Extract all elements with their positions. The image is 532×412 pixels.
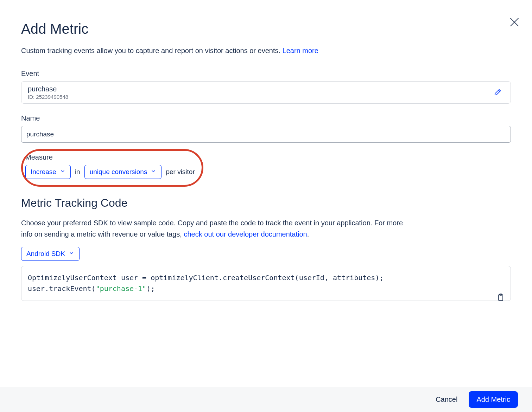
close-icon (508, 16, 520, 30)
close-button[interactable] (507, 16, 521, 30)
event-name: purchase (28, 85, 68, 93)
edit-event-button[interactable] (492, 86, 504, 99)
name-input[interactable] (21, 126, 511, 143)
chevron-down-icon (151, 168, 156, 176)
measure-direction-dropdown[interactable]: Increase (25, 165, 71, 179)
measure-label: Measure (25, 153, 195, 161)
add-metric-dialog: Add Metric Custom tracking events allow … (0, 0, 532, 301)
event-label: Event (21, 70, 511, 78)
intro-text-body: Custom tracking events allow you to capt… (21, 47, 283, 54)
measure-section: Measure Increase in unique conversions p… (21, 149, 203, 187)
page-title: Add Metric (21, 21, 511, 37)
event-id: ID: 25239490548 (28, 94, 68, 100)
cancel-button[interactable]: Cancel (433, 392, 460, 407)
dialog-footer: Cancel Add Metric (0, 387, 532, 412)
measure-per-label: per visitor (166, 168, 195, 176)
measure-joiner-in: in (75, 168, 80, 176)
measure-count-type-dropdown[interactable]: unique conversions (84, 165, 162, 179)
pencil-icon (494, 91, 503, 97)
dropdown-value: unique conversions (90, 168, 147, 176)
dropdown-value: Increase (31, 168, 56, 176)
clipboard-icon (463, 295, 505, 315)
intro-text: Custom tracking events allow you to capt… (21, 47, 511, 55)
learn-more-link[interactable]: Learn more (283, 47, 318, 54)
chevron-down-icon (69, 250, 74, 258)
code-sample: OptimizelyUserContext user = optimizelyC… (21, 266, 511, 301)
sdk-dropdown[interactable]: Android SDK (21, 247, 80, 261)
dev-docs-link[interactable]: check out our developer documentation (184, 230, 307, 238)
copy-code-button[interactable] (463, 271, 505, 327)
code-section-desc: Choose your preferred SDK to view sample… (21, 217, 405, 240)
chevron-down-icon (60, 168, 65, 176)
name-label: Name (21, 114, 511, 122)
dropdown-value: Android SDK (26, 250, 65, 258)
code-section-title: Metric Tracking Code (21, 197, 511, 210)
event-box: purchase ID: 25239490548 (21, 81, 511, 104)
add-metric-button[interactable]: Add Metric (469, 391, 518, 408)
